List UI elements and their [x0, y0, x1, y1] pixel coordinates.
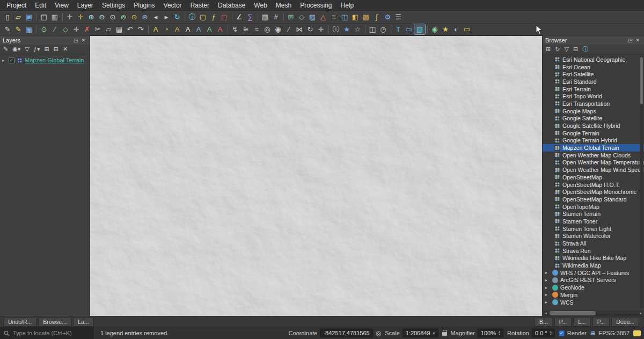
- browser-item[interactable]: ▸ WCS: [543, 299, 644, 306]
- magnifier-spinbox[interactable]: 100% ▴▾: [478, 329, 503, 337]
- browser-item[interactable]: Google Satellite Hybrid: [543, 122, 644, 129]
- vertex-tool-icon[interactable]: ✛: [71, 24, 82, 34]
- close-panel-icon[interactable]: ✕: [79, 38, 87, 43]
- osm-place-search-icon[interactable]: ◉: [429, 24, 440, 34]
- collapse-browser-icon[interactable]: ⊟: [572, 45, 580, 53]
- text-annotation-icon[interactable]: T: [393, 24, 404, 34]
- dock-tab[interactable]: La...: [73, 317, 93, 327]
- undock-panel-icon[interactable]: ◳: [72, 38, 80, 43]
- properties-widget-icon[interactable]: ⓘ: [581, 45, 590, 54]
- deselect-all-icon[interactable]: ▢: [219, 12, 230, 22]
- fill-ring-icon[interactable]: ◉: [273, 24, 283, 34]
- browser-item[interactable]: Stamen Toner Light: [543, 225, 644, 233]
- select-by-location-icon[interactable]: ▧: [414, 24, 425, 34]
- dock-tab[interactable]: B...: [535, 317, 553, 327]
- filter-browser-icon[interactable]: ▽: [562, 45, 570, 53]
- menu-item[interactable]: Help: [336, 1, 358, 10]
- data-source-manager-icon[interactable]: ⊞: [286, 12, 296, 22]
- rotation-spinbox[interactable]: 0.0 ° ▴▾: [532, 329, 555, 337]
- zoom-to-selection-icon[interactable]: ⊙: [129, 12, 140, 22]
- paste-features-icon[interactable]: ▤: [114, 24, 125, 34]
- close-panel-icon[interactable]: ✕: [634, 38, 641, 43]
- statistical-summary-icon[interactable]: ∑: [245, 12, 255, 22]
- expand-arrow-icon[interactable]: ▸: [545, 300, 550, 305]
- add-point-feature-icon[interactable]: ⊙: [39, 24, 49, 34]
- add-xyz-layer-icon[interactable]: ▩: [361, 12, 371, 22]
- browser-item[interactable]: Stamen Watercolor: [543, 233, 644, 240]
- cut-features-icon[interactable]: ✂: [92, 24, 103, 34]
- measure-line-icon[interactable]: ∠: [234, 12, 245, 22]
- add-polygon-feature-icon[interactable]: ◇: [60, 24, 71, 34]
- menu-item[interactable]: Web: [250, 1, 271, 10]
- browser-item[interactable]: Open Weather Map Wind Speed: [543, 166, 644, 174]
- zoom-last-icon[interactable]: ◂: [150, 12, 161, 22]
- add-selected-layers-icon[interactable]: ⊞: [544, 45, 552, 53]
- browser-item[interactable]: OpenStreetMap Monochrome: [543, 188, 644, 196]
- dock-tab[interactable]: P...: [592, 317, 610, 327]
- new-print-layout-icon[interactable]: ▤: [39, 12, 49, 22]
- new-spatial-bookmark-icon[interactable]: ★: [440, 24, 451, 34]
- undo-icon[interactable]: ↶: [125, 24, 135, 34]
- browser-item[interactable]: ▸ Mergin: [543, 291, 644, 299]
- select-by-expression-icon[interactable]: ƒ: [208, 12, 219, 22]
- rotate-label-icon[interactable]: A: [204, 24, 215, 34]
- rotate-feature-icon[interactable]: ↻: [305, 24, 316, 34]
- new-project-icon[interactable]: ▯: [2, 12, 13, 22]
- menu-item[interactable]: View: [50, 1, 73, 10]
- browser-item[interactable]: OpenTopoMap: [543, 203, 644, 211]
- zoom-next-icon[interactable]: ▸: [161, 12, 172, 22]
- messages-icon[interactable]: [633, 330, 641, 336]
- identify-features-icon[interactable]: ⓘ: [187, 12, 197, 22]
- pan-to-selection-icon[interactable]: ✛: [75, 12, 86, 22]
- coordinate-input[interactable]: -842517,4781565: [320, 329, 372, 337]
- attribute-table-icon[interactable]: ▦: [260, 12, 270, 22]
- toggle-editing-icon[interactable]: ✎: [13, 24, 24, 34]
- zoom-full-icon[interactable]: ⊚: [118, 12, 129, 22]
- highlight-labels-icon[interactable]: A: [182, 24, 193, 34]
- add-delimited-text-icon[interactable]: ≡: [328, 12, 339, 22]
- browser-item[interactable]: Wikimedia Hike Bike Map: [543, 255, 644, 262]
- options-icon[interactable]: ☰: [393, 12, 404, 22]
- map-tips-icon[interactable]: ⓘ: [331, 24, 341, 34]
- zoom-out-icon[interactable]: ⊖: [97, 12, 107, 22]
- new-3d-map-icon[interactable]: ◫: [367, 24, 378, 34]
- menu-item[interactable]: Layer: [73, 1, 98, 10]
- browser-item[interactable]: Esri Ocean: [543, 63, 644, 71]
- layout-manager-icon[interactable]: ▥: [49, 12, 60, 22]
- merge-features-icon[interactable]: ⋈: [294, 24, 305, 34]
- map-canvas[interactable]: [90, 35, 542, 316]
- dock-tab[interactable]: Debu...: [611, 317, 639, 327]
- add-vector-layer-icon[interactable]: ◇: [296, 12, 307, 22]
- expand-arrow-icon[interactable]: ▸: [2, 58, 6, 63]
- browser-item[interactable]: Esri Standard: [543, 78, 644, 85]
- menu-item[interactable]: Edit: [31, 1, 50, 10]
- browser-item[interactable]: Esri Topo World: [543, 92, 644, 100]
- filter-legend-icon[interactable]: ▽: [23, 45, 31, 53]
- expand-all-icon[interactable]: ⊞: [42, 45, 50, 53]
- browser-item[interactable]: Wikimedia Map: [543, 262, 644, 269]
- expand-arrow-icon[interactable]: ▸: [545, 270, 550, 275]
- reshape-features-icon[interactable]: ↯: [230, 24, 240, 34]
- form-annotation-icon[interactable]: ▭: [404, 24, 414, 34]
- crs-status-button[interactable]: EPSG:3857: [598, 330, 630, 336]
- pin-labels-icon[interactable]: A: [172, 24, 182, 34]
- scale-combobox[interactable]: 1:206849 ▾: [402, 329, 438, 337]
- menu-item[interactable]: Plugins: [129, 1, 159, 10]
- dock-tab[interactable]: L...: [573, 317, 591, 327]
- save-project-icon[interactable]: ▣: [24, 12, 34, 22]
- layer-diagram-icon[interactable]: ◔: [161, 24, 172, 34]
- browser-item[interactable]: Mapzen Global Terrain: [543, 144, 644, 152]
- browser-item[interactable]: Google Maps: [543, 107, 644, 115]
- select-features-icon[interactable]: ▢: [197, 12, 208, 22]
- add-raster-layer-icon[interactable]: ▨: [307, 12, 318, 22]
- undock-panel-icon[interactable]: ◳: [626, 38, 634, 43]
- collapse-all-icon[interactable]: ⊟: [52, 45, 60, 53]
- change-label-icon[interactable]: A: [215, 24, 225, 34]
- new-bookmark-icon[interactable]: ★: [341, 24, 352, 34]
- zoom-to-layer-icon[interactable]: ⊛: [140, 12, 150, 22]
- browser-item[interactable]: Open Weather Map Clouds: [543, 152, 644, 159]
- browser-item[interactable]: OpenStreetMap: [543, 174, 644, 181]
- browser-item[interactable]: Stamen Toner: [543, 218, 644, 225]
- layer-visibility-checkbox[interactable]: ✓: [9, 57, 14, 63]
- python-console-icon[interactable]: ∫: [371, 12, 382, 22]
